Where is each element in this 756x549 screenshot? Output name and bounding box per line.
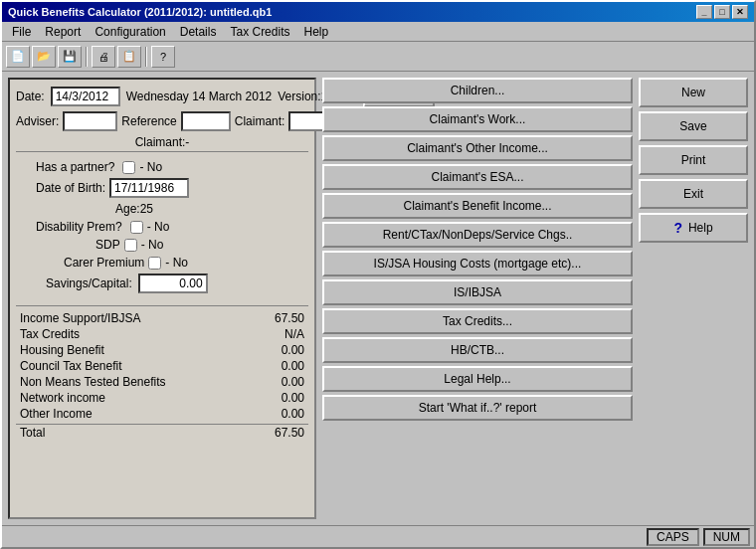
left-panel: Date: Wednesday 14 March 2012 Version:15… xyxy=(8,78,316,519)
reference-input[interactable] xyxy=(181,111,231,131)
summary-value-2: 0.00 xyxy=(282,343,304,357)
hbctb-button[interactable]: HB/CTB... xyxy=(322,337,633,363)
help-toolbar-button[interactable]: ? xyxy=(151,46,175,68)
whatif-button[interactable]: Start 'What if..?' report xyxy=(322,395,633,421)
menu-help[interactable]: Help xyxy=(297,24,334,39)
claimant-section-title: Claimant:- xyxy=(16,135,308,152)
right-panel: New Save Print Exit ? Help xyxy=(639,78,748,519)
sdp-label: SDP xyxy=(95,238,120,252)
menu-configuration[interactable]: Configuration xyxy=(89,24,171,39)
summary-label-0: Income Support/IBJSA xyxy=(20,311,140,325)
savings-input[interactable] xyxy=(138,274,208,293)
date-row: Date: Wednesday 14 March 2012 Version:15… xyxy=(16,86,308,107)
print-right-button[interactable]: Print xyxy=(639,145,748,175)
carer-checkbox[interactable] xyxy=(148,257,161,270)
savings-row: Savings/Capital: xyxy=(16,274,308,293)
dob-input[interactable] xyxy=(109,178,189,198)
claimants-benefit-income-button[interactable]: Claimant's Benefit Income... xyxy=(322,193,633,219)
children-button[interactable]: Children... xyxy=(322,78,633,103)
total-label: Total xyxy=(20,426,45,440)
summary-row-6: Other Income 0.00 xyxy=(16,406,308,422)
adviser-label: Adviser: xyxy=(16,114,59,128)
title-bar: Quick Benefits Calculator (2011/2012): u… xyxy=(2,2,754,22)
age-label: Age:25 xyxy=(115,202,153,216)
summary-label-4: Non Means Tested Benefits xyxy=(20,375,166,389)
save-file-button[interactable]: 💾 xyxy=(58,46,82,68)
help-label: Help xyxy=(688,221,713,235)
main-content: Date: Wednesday 14 March 2012 Version:15… xyxy=(2,72,754,525)
summary-label-2: Housing Benefit xyxy=(20,343,104,357)
carer-row: Carer Premium - No xyxy=(16,256,308,270)
menu-report[interactable]: Report xyxy=(39,24,87,39)
clipboard-button[interactable]: 📋 xyxy=(117,46,141,68)
save-button[interactable]: Save xyxy=(639,111,748,141)
main-window: Quick Benefits Calculator (2011/2012): u… xyxy=(0,0,756,549)
dob-row: Date of Birth: xyxy=(16,178,308,198)
new-button[interactable]: New xyxy=(639,78,748,107)
reference-label: Reference xyxy=(121,114,176,128)
help-button[interactable]: ? Help xyxy=(639,213,748,243)
adviser-row: Adviser: Reference Claimant: xyxy=(16,111,308,131)
partner-checkbox[interactable] xyxy=(122,161,135,174)
menu-file[interactable]: File xyxy=(6,24,37,39)
disability-checkbox[interactable] xyxy=(130,221,143,234)
exit-button[interactable]: Exit xyxy=(639,179,748,209)
maximize-button[interactable]: □ xyxy=(714,5,730,19)
isjsa-housing-button[interactable]: IS/JSA Housing Costs (mortgage etc)... xyxy=(322,251,633,276)
summary-label-3: Council Tax Benefit xyxy=(20,359,122,373)
num-indicator: NUM xyxy=(703,528,750,546)
summary-value-5: 0.00 xyxy=(282,391,304,405)
partner-label: Has a partner? xyxy=(36,160,114,174)
title-text: Quick Benefits Calculator (2011/2012): u… xyxy=(8,6,272,18)
date-text: Wednesday 14 March 2012 xyxy=(126,90,273,103)
summary-value-0: 67.50 xyxy=(275,311,304,325)
summary-value-4: 0.00 xyxy=(282,375,304,389)
summary-section: Income Support/IBJSA 67.50 Tax Credits N… xyxy=(16,305,308,441)
date-label: Date: xyxy=(16,90,45,103)
summary-row-5: Network income 0.00 xyxy=(16,390,308,406)
summary-value-1: N/A xyxy=(284,327,304,341)
partner-value: - No xyxy=(139,160,162,174)
minimize-button[interactable]: _ xyxy=(696,5,712,19)
age-row: Age:25 xyxy=(16,202,308,216)
sdp-row: SDP - No xyxy=(16,238,308,252)
print-button[interactable]: 🖨 xyxy=(92,46,115,68)
help-icon: ? xyxy=(673,220,682,236)
legal-help-button[interactable]: Legal Help... xyxy=(322,366,633,392)
claimants-other-income-button[interactable]: Claimant's Other Income... xyxy=(322,135,633,161)
tax-credits-button[interactable]: Tax Credits... xyxy=(322,308,633,334)
summary-row-2: Housing Benefit 0.00 xyxy=(16,342,308,358)
status-bar: CAPS NUM xyxy=(2,525,754,547)
menu-details[interactable]: Details xyxy=(174,24,223,39)
partner-row: Has a partner? - No xyxy=(16,160,308,174)
summary-label-5: Network income xyxy=(20,391,105,405)
savings-label: Savings/Capital: xyxy=(46,276,132,290)
menu-bar: File Report Configuration Details Tax Cr… xyxy=(2,22,754,42)
carer-value: - No xyxy=(165,256,188,270)
open-file-button[interactable]: 📂 xyxy=(32,46,56,68)
rent-ctax-button[interactable]: Rent/CTax/NonDeps/Service Chgs.. xyxy=(322,222,633,248)
isibjsa-button[interactable]: IS/IBJSA xyxy=(322,279,633,305)
middle-panel: Children... Claimant's Work... Claimant'… xyxy=(322,78,633,519)
toolbar-separator-1 xyxy=(86,47,88,67)
sdp-value: - No xyxy=(141,238,164,252)
summary-value-3: 0.00 xyxy=(282,359,304,373)
disability-row: Disability Prem? - No xyxy=(16,220,308,234)
disability-label: Disability Prem? xyxy=(36,220,122,234)
claimants-work-button[interactable]: Claimant's Work... xyxy=(322,106,633,132)
date-input[interactable] xyxy=(51,87,120,106)
new-file-button[interactable]: 📄 xyxy=(6,46,30,68)
close-button[interactable]: ✕ xyxy=(732,5,748,19)
disability-value: - No xyxy=(147,220,170,234)
summary-row-3: Council Tax Benefit 0.00 xyxy=(16,358,308,374)
adviser-input[interactable] xyxy=(63,111,117,131)
menu-taxcredits[interactable]: Tax Credits xyxy=(224,24,295,39)
caps-indicator: CAPS xyxy=(647,528,699,546)
claimants-esa-button[interactable]: Claimant's ESA... xyxy=(322,164,633,190)
carer-label: Carer Premium xyxy=(64,256,144,270)
summary-label-1: Tax Credits xyxy=(20,327,80,341)
toolbar: 📄 📂 💾 🖨 📋 ? xyxy=(2,42,754,72)
summary-value-6: 0.00 xyxy=(282,407,304,421)
dob-label: Date of Birth: xyxy=(36,181,105,195)
sdp-checkbox[interactable] xyxy=(124,239,137,252)
